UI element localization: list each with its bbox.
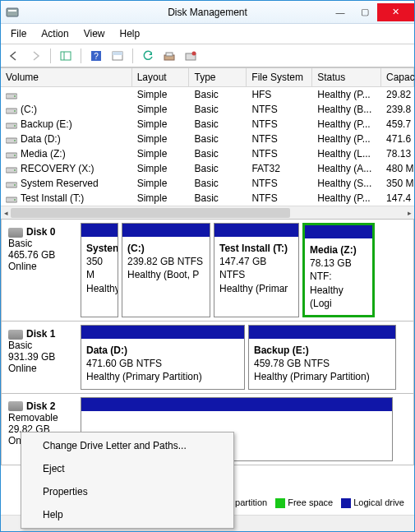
- minimize-button[interactable]: —: [328, 3, 353, 21]
- volume-capacity: 459.7: [381, 117, 414, 132]
- col-status[interactable]: Status: [312, 68, 381, 86]
- volume-type: Basic: [190, 176, 247, 191]
- cm-help[interactable]: Help: [23, 503, 232, 526]
- volume-fs: NTFS: [247, 176, 312, 191]
- properties-icon[interactable]: [182, 48, 199, 64]
- forward-icon[interactable]: [27, 48, 44, 64]
- svg-point-17: [14, 125, 16, 127]
- col-filesystem[interactable]: File System: [247, 68, 312, 86]
- volume-layout: Simple: [132, 161, 190, 176]
- menu-help[interactable]: Help: [113, 25, 147, 42]
- refresh-icon[interactable]: [140, 48, 156, 64]
- drive-icon: [6, 180, 17, 188]
- panel-icon[interactable]: [58, 48, 74, 64]
- close-button[interactable]: ✕: [377, 3, 414, 21]
- help-icon[interactable]: ?: [88, 48, 104, 64]
- volume-status: Healthy (L...: [312, 146, 381, 161]
- disk-state: Online: [8, 261, 76, 272]
- volume-fs: NTFS: [247, 191, 312, 206]
- partition-size: 239.82 GB NTFS: [127, 256, 203, 267]
- rescan-icon[interactable]: [161, 48, 178, 64]
- volume-capacity: 147.4: [381, 191, 414, 206]
- partition-stripe: [81, 326, 244, 339]
- volume-layout: Simple: [132, 102, 190, 117]
- menu-file[interactable]: File: [4, 25, 33, 42]
- volume-row[interactable]: Data (D:)SimpleBasicNTFSHealthy (P...471…: [1, 132, 414, 146]
- svg-point-15: [14, 110, 16, 112]
- partition[interactable]: Media (Z:)78.13 GB NTF:Healthy (Logi: [302, 223, 375, 317]
- svg-point-11: [192, 51, 196, 55]
- col-type[interactable]: Type: [189, 68, 247, 86]
- volume-name: Media (Z:): [21, 148, 66, 160]
- svg-point-23: [14, 169, 16, 171]
- svg-rect-2: [61, 52, 71, 60]
- volume-row[interactable]: Media (Z:)SimpleBasicNTFSHealthy (L...78…: [1, 146, 414, 161]
- partition-stripe: [249, 326, 395, 339]
- partition[interactable]: Systen350 MHealthy: [81, 223, 118, 317]
- volume-row[interactable]: SimpleBasicHFSHealthy (P...29.82: [1, 87, 414, 102]
- volume-layout: Simple: [132, 132, 190, 146]
- partition-title: Data (D:): [86, 345, 127, 356]
- col-layout[interactable]: Layout: [132, 68, 190, 86]
- volume-layout: Simple: [132, 117, 190, 132]
- col-volume[interactable]: Volume: [1, 68, 132, 86]
- volume-capacity: 350 M: [381, 176, 414, 191]
- disk-map: Disk 0Basic465.76 GBOnlineSysten350 MHea…: [1, 219, 414, 465]
- disk-kind: Basic: [8, 340, 76, 351]
- volume-type: Basic: [190, 161, 247, 176]
- volume-type: Basic: [190, 191, 247, 206]
- svg-point-21: [14, 155, 16, 156]
- volume-row[interactable]: System ReservedSimpleBasicNTFSHealthy (S…: [1, 176, 414, 191]
- context-menu: Change Drive Letter and Paths... Eject P…: [21, 432, 234, 529]
- disk-info[interactable]: Disk 0Basic465.76 GBOnline: [5, 223, 81, 317]
- drive-icon: [6, 106, 17, 114]
- disk-size: 465.76 GB: [8, 249, 76, 261]
- volume-layout: Simple: [132, 146, 190, 161]
- partition-title: Systen: [86, 243, 118, 254]
- volume-row[interactable]: Backup (E:)SimpleBasicNTFSHealthy (P...4…: [1, 117, 414, 132]
- volume-row[interactable]: (C:)SimpleBasicNTFSHealthy (B...239.8: [1, 102, 414, 117]
- volume-name: Backup (E:): [21, 118, 72, 130]
- volume-hscroll[interactable]: ◂ ▸: [1, 206, 414, 219]
- disk-partitions: Systen350 MHealthy(C:)239.82 GB NTFSHeal…: [81, 223, 410, 317]
- partition-status: Healthy (Primary Partition): [86, 371, 202, 382]
- drive-icon: [6, 121, 17, 129]
- back-icon[interactable]: [6, 48, 22, 64]
- volume-row[interactable]: Test Install (T:)SimpleBasicNTFSHealthy …: [1, 191, 414, 206]
- volume-fs: NTFS: [247, 117, 312, 132]
- drive-icon: [6, 195, 17, 203]
- volume-layout: Simple: [132, 191, 190, 206]
- volume-status: Healthy (P...: [312, 117, 381, 132]
- cm-eject[interactable]: Eject: [23, 457, 232, 480]
- partition[interactable]: Backup (E:)459.78 GB NTFSHealthy (Primar…: [248, 325, 396, 390]
- partition[interactable]: (C:)239.82 GB NTFSHealthy (Boot, P: [122, 223, 210, 317]
- volume-fs: NTFS: [247, 132, 312, 146]
- cm-change-drive-letter[interactable]: Change Drive Letter and Paths...: [23, 434, 232, 457]
- menu-action[interactable]: Action: [35, 25, 75, 42]
- partition-title: Backup (E:): [254, 345, 309, 356]
- disk-size: 931.39 GB: [8, 351, 76, 363]
- partition-stripe: [81, 398, 392, 411]
- partition-status: Healthy (Primary Partition): [254, 371, 370, 382]
- volume-capacity: 480 M: [381, 161, 414, 176]
- cm-properties[interactable]: Properties: [23, 480, 232, 503]
- scroll-left-icon[interactable]: ◂: [1, 206, 11, 220]
- maximize-button[interactable]: ▢: [353, 3, 377, 21]
- partition-status: Healthy (Primar: [219, 283, 288, 294]
- scroll-right-icon[interactable]: ▸: [404, 206, 414, 220]
- titlebar: Disk Management — ▢ ✕: [1, 1, 414, 24]
- svg-point-19: [14, 140, 16, 141]
- disk-state: Online: [8, 363, 76, 374]
- col-capacity[interactable]: Capac: [381, 68, 414, 86]
- disk-name: Disk 1: [26, 328, 55, 340]
- disk-info[interactable]: Disk 1Basic931.39 GBOnline: [5, 325, 81, 390]
- partition[interactable]: Data (D:)471.60 GB NTFSHealthy (Primary …: [81, 325, 245, 390]
- volume-status: Healthy (A...: [312, 161, 381, 176]
- disk-kind: Basic: [8, 238, 76, 249]
- volume-row[interactable]: RECOVERY (X:)SimpleBasicFAT32Healthy (A.…: [1, 161, 414, 176]
- partition[interactable]: Test Install (T:)147.47 GB NTFSHealthy (…: [214, 223, 299, 317]
- view-top-icon[interactable]: [109, 48, 126, 64]
- partition-size: 471.60 GB NTFS: [86, 358, 162, 369]
- menu-view[interactable]: View: [77, 25, 112, 42]
- scroll-thumb[interactable]: [11, 208, 290, 218]
